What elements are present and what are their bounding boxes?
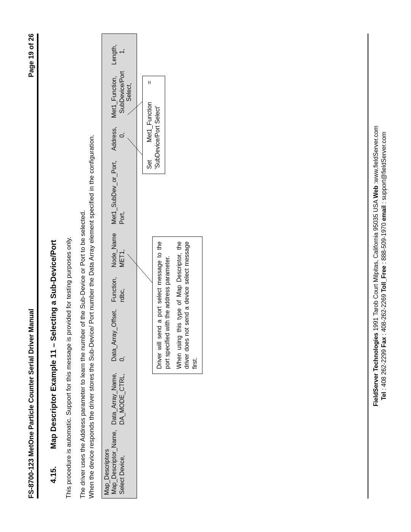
leader-lines [0,0,411,532]
callout-text: Driver will send a port select message t… [156,241,172,369]
footer-line-2: Tel : 408 262-2299 Fax : 408-262-2269 To… [380,34,388,498]
table-title: Map_Descriptors [104,37,110,495]
col-header: Function, [110,268,118,303]
callout-met1-function: Set Met1_Function = 'SubDevice/Port Sele… [142,76,165,174]
col-header: Data_Array_Offset, [110,303,118,362]
col-header: Address, [110,119,118,152]
cell-text: SubDevice/Port [119,71,125,113]
col-header: Data_Array_Name, [110,362,118,425]
table-header-row: Map_Descriptor_Name, Data_Array_Name, Da… [110,37,118,495]
intro-paragraph-2: The driver uses the Address parameter to… [79,34,88,498]
col-header: Node_Name [110,225,118,268]
col-header: Met1_Function, [110,66,118,119]
intro-paragraph-3: When the device responds the driver stor… [88,34,96,498]
callout-text: Set Met1_Function = 'SubDevice/Port Sele… [146,81,161,169]
cell-subdev-or-port: Port, [118,152,133,225]
intro-paragraph-1: This procedure is automatic. Support for… [65,34,73,498]
page-header: FS-8700-123 MetOne Particle Counter Seri… [27,34,38,498]
cell-met1-function: SubDevice/Port Select, [118,66,133,119]
col-header: Met1_SubDev_or_Port, [110,152,118,225]
page-footer: FieldServer Technologies 1991 Tarob Cour… [372,34,388,498]
footer-address: 1991 Tarob Court Milpitas, California 95… [373,198,379,331]
map-descriptors-block: Map_Descriptors Map_Descriptor_Name, Dat… [102,34,137,498]
cell-length: 1, [118,37,133,66]
footer-tollfree-value: : 888-509-1970 [381,221,387,264]
footer-fax-value: : 408-262-2269 [381,292,387,335]
page-number: Page 19 of 26 [27,34,35,77]
footer-email-value: : support@fieldServer.com [381,132,387,204]
col-header: Map_Descriptor_Name, [110,425,118,495]
cell-function: rdbc, [118,268,133,303]
cell-data-array-name: DA_MODE_CTRL, [118,362,133,425]
section-title: Map Descriptor Example 11 – Selecting a … [49,240,57,449]
footer-web-value: :www.fieldServer.com [373,126,379,184]
doc-title: FS-8700-123 MetOne Particle Counter Seri… [27,309,35,498]
footer-company: FieldServer Technologies [373,333,379,407]
footer-tel-label: Tel [381,392,387,400]
table-row: Select Device, DA_MODE_CTRL, 0, rdbc, ME… [118,37,133,495]
section-heading: 4.15. Map Descriptor Example 11 – Select… [49,34,58,483]
col-header: Length, [110,37,118,66]
footer-tel-value: : 408 262-2299 [381,348,387,390]
callout-text: When using this type of Map Descriptor, … [175,241,199,369]
footer-rule [368,34,368,498]
cell-map-descriptor-name: Select Device, [118,425,133,495]
cell-text: Select, [126,83,132,102]
section-number: 4.15. [49,466,57,483]
footer-web-label: Web [373,185,379,198]
footer-fax-label: Fax [381,337,387,348]
footer-line-1: FieldServer Technologies 1991 Tarob Cour… [372,34,380,498]
map-descriptors-table: Map_Descriptor_Name, Data_Array_Name, Da… [110,37,133,495]
cell-node-name: MET1, [118,225,133,268]
footer-email-label: email [381,205,387,221]
callout-port-select: Driver will send a port select message t… [152,236,202,374]
footer-tollfree-label: Toll_Free [381,266,387,292]
cell-address: 0, [118,119,133,152]
cell-data-array-offset: 0, [118,303,133,362]
